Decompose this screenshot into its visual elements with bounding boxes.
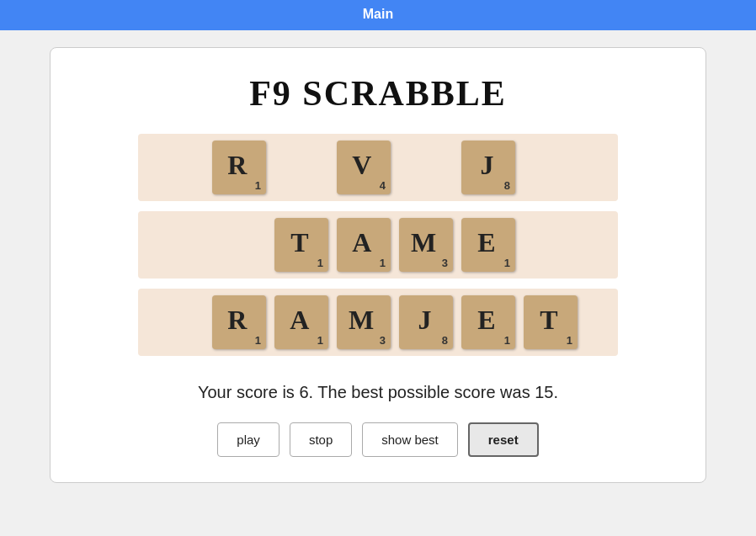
slot-3-6: E 1 <box>460 295 517 349</box>
tile-letter: V <box>352 151 371 178</box>
slot-3-7: T 1 <box>522 295 579 349</box>
tile-letter: E <box>477 229 495 256</box>
tile-letter: A <box>352 229 371 256</box>
tile-E1: E 1 <box>461 218 515 272</box>
tile-letter: T <box>540 306 557 333</box>
slot-2-4: A 1 <box>335 218 392 272</box>
tile-letter: J <box>418 306 431 333</box>
tile-score: 8 <box>442 335 448 346</box>
slot-3-4: M 3 <box>335 295 392 349</box>
tile-letter: J <box>480 151 493 178</box>
slot-1-1 <box>148 141 205 194</box>
score-text: Your score is 6. The best possible score… <box>198 383 558 402</box>
top-bar-label: Main <box>363 7 393 21</box>
slot-1-6: J 8 <box>460 141 517 194</box>
tile-score: 4 <box>380 180 386 191</box>
button-row: play stop show best reset <box>217 422 538 457</box>
play-button[interactable]: play <box>217 422 280 457</box>
tile-R1: R 1 <box>212 141 266 194</box>
game-card: F9 SCRABBLE R 1 V 4 J 8 <box>50 47 706 483</box>
tile-row-1: R 1 V 4 J 8 <box>138 134 618 201</box>
tile-E1b: E 1 <box>461 295 515 349</box>
tile-score: 1 <box>317 335 323 346</box>
tile-J8b: J 8 <box>399 295 453 349</box>
slot-2-3: T 1 <box>273 218 330 272</box>
slot-2-5: M 3 <box>397 218 455 272</box>
tile-letter: M <box>349 306 374 333</box>
top-bar: Main <box>0 0 756 30</box>
slot-1-2: R 1 <box>210 141 268 194</box>
tile-A1: A 1 <box>337 218 391 272</box>
slot-2-1 <box>148 218 205 272</box>
tile-score: 8 <box>504 180 510 191</box>
tile-T1: T 1 <box>274 218 328 272</box>
slot-2-2 <box>210 218 268 272</box>
tile-A1b: A 1 <box>274 295 328 349</box>
tile-score: 1 <box>255 180 261 191</box>
tile-M3: M 3 <box>399 218 453 272</box>
tile-score: 1 <box>504 257 510 268</box>
tile-R1b: R 1 <box>212 295 266 349</box>
reset-button[interactable]: reset <box>468 422 539 457</box>
tile-score: 3 <box>380 335 386 346</box>
main-area: F9 SCRABBLE R 1 V 4 J 8 <box>0 30 756 500</box>
stop-button[interactable]: stop <box>290 422 352 457</box>
slot-2-7 <box>522 218 579 272</box>
slot-3-2: R 1 <box>210 295 268 349</box>
game-title: F9 SCRABBLE <box>249 73 507 114</box>
tile-T1b: T 1 <box>524 295 578 349</box>
slot-2-6: E 1 <box>460 218 517 272</box>
slot-3-3: A 1 <box>273 295 330 349</box>
tile-V4: V 4 <box>337 141 391 194</box>
show-best-button[interactable]: show best <box>362 422 458 457</box>
tile-score: 1 <box>380 257 386 268</box>
slot-1-7 <box>522 141 579 194</box>
tile-letter: R <box>227 306 247 333</box>
tile-score: 1 <box>504 335 510 346</box>
tile-letter: R <box>227 151 247 178</box>
tile-score: 1 <box>255 335 261 346</box>
tile-letter: A <box>290 306 309 333</box>
tile-M3b: M 3 <box>337 295 391 349</box>
slot-1-4: V 4 <box>335 141 392 194</box>
tile-letter: M <box>411 229 436 256</box>
tile-score: 1 <box>317 257 323 268</box>
tile-row-3: R 1 A 1 M 3 J 8 <box>138 289 618 356</box>
tile-row-2: T 1 A 1 M 3 E 1 <box>138 211 618 279</box>
tile-score: 1 <box>567 335 572 346</box>
slot-1-3 <box>273 141 330 194</box>
slot-1-5 <box>397 141 455 194</box>
tile-J8: J 8 <box>461 141 515 194</box>
tile-score: 3 <box>442 257 448 268</box>
slot-3-1 <box>148 295 205 349</box>
tile-letter: E <box>477 306 495 333</box>
tile-letter: T <box>290 229 308 256</box>
slot-3-5: J 8 <box>397 295 455 349</box>
